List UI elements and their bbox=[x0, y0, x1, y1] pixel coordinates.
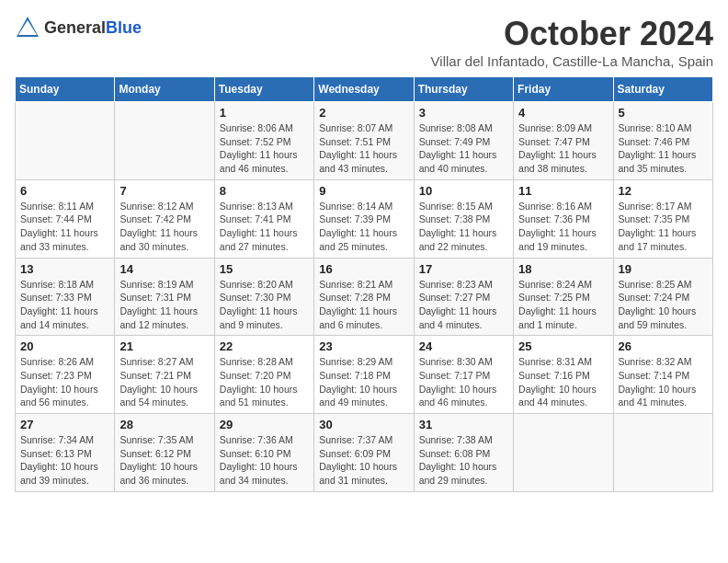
calendar-cell: 3Sunrise: 8:08 AM Sunset: 7:49 PM Daylig… bbox=[414, 102, 513, 180]
calendar-cell: 21Sunrise: 8:27 AM Sunset: 7:21 PM Dayli… bbox=[115, 336, 214, 414]
calendar-day-header: Saturday bbox=[613, 77, 712, 102]
day-info: Sunrise: 8:26 AM Sunset: 7:23 PM Dayligh… bbox=[20, 355, 109, 409]
calendar-cell bbox=[16, 102, 115, 180]
day-info: Sunrise: 8:08 AM Sunset: 7:49 PM Dayligh… bbox=[419, 121, 508, 176]
day-info: Sunrise: 8:15 AM Sunset: 7:38 PM Dayligh… bbox=[419, 200, 508, 254]
calendar-cell: 15Sunrise: 8:20 AM Sunset: 7:30 PM Dayli… bbox=[214, 258, 313, 336]
day-number: 21 bbox=[119, 339, 209, 353]
calendar-day-header: Friday bbox=[514, 77, 613, 102]
logo-general-text: General bbox=[44, 18, 106, 37]
calendar-cell: 27Sunrise: 7:34 AM Sunset: 6:13 PM Dayli… bbox=[16, 414, 115, 492]
day-number: 15 bbox=[220, 262, 309, 276]
calendar-cell: 11Sunrise: 8:16 AM Sunset: 7:36 PM Dayli… bbox=[514, 179, 613, 258]
day-info: Sunrise: 7:38 AM Sunset: 6:08 PM Dayligh… bbox=[419, 433, 508, 488]
calendar-cell: 31Sunrise: 7:38 AM Sunset: 6:08 PM Dayli… bbox=[414, 414, 513, 492]
calendar-table: SundayMondayTuesdayWednesdayThursdayFrid… bbox=[15, 76, 713, 492]
calendar-cell: 6Sunrise: 8:11 AM Sunset: 7:44 PM Daylig… bbox=[16, 179, 115, 258]
calendar-cell: 13Sunrise: 8:18 AM Sunset: 7:33 PM Dayli… bbox=[16, 258, 115, 336]
day-info: Sunrise: 8:24 AM Sunset: 7:25 PM Dayligh… bbox=[518, 278, 608, 332]
day-number: 12 bbox=[619, 184, 708, 198]
day-info: Sunrise: 8:14 AM Sunset: 7:39 PM Dayligh… bbox=[319, 200, 408, 254]
day-info: Sunrise: 8:11 AM Sunset: 7:44 PM Dayligh… bbox=[20, 200, 109, 254]
day-number: 6 bbox=[20, 184, 109, 198]
calendar-cell: 10Sunrise: 8:15 AM Sunset: 7:38 PM Dayli… bbox=[414, 179, 513, 258]
calendar-week-row: 1Sunrise: 8:06 AM Sunset: 7:52 PM Daylig… bbox=[16, 102, 713, 180]
logo: GeneralBlue bbox=[15, 15, 142, 40]
day-number: 9 bbox=[319, 184, 408, 198]
calendar-cell: 20Sunrise: 8:26 AM Sunset: 7:23 PM Dayli… bbox=[16, 336, 115, 414]
calendar-cell: 22Sunrise: 8:28 AM Sunset: 7:20 PM Dayli… bbox=[214, 336, 313, 414]
day-number: 20 bbox=[20, 339, 109, 353]
calendar-cell: 23Sunrise: 8:29 AM Sunset: 7:18 PM Dayli… bbox=[314, 336, 414, 414]
day-number: 30 bbox=[319, 418, 408, 431]
day-info: Sunrise: 8:31 AM Sunset: 7:16 PM Dayligh… bbox=[518, 355, 608, 409]
day-number: 28 bbox=[119, 418, 209, 431]
day-info: Sunrise: 8:10 AM Sunset: 7:46 PM Dayligh… bbox=[619, 121, 708, 176]
day-info: Sunrise: 8:17 AM Sunset: 7:35 PM Dayligh… bbox=[619, 200, 708, 254]
calendar-week-row: 13Sunrise: 8:18 AM Sunset: 7:33 PM Dayli… bbox=[16, 258, 713, 336]
calendar-cell: 30Sunrise: 7:37 AM Sunset: 6:09 PM Dayli… bbox=[314, 414, 414, 492]
logo-icon bbox=[15, 15, 40, 40]
day-number: 26 bbox=[619, 339, 708, 353]
calendar-cell: 8Sunrise: 8:13 AM Sunset: 7:41 PM Daylig… bbox=[214, 179, 313, 258]
day-number: 11 bbox=[518, 184, 608, 198]
day-info: Sunrise: 8:27 AM Sunset: 7:21 PM Dayligh… bbox=[119, 355, 209, 409]
calendar-cell: 12Sunrise: 8:17 AM Sunset: 7:35 PM Dayli… bbox=[613, 179, 712, 258]
day-number: 4 bbox=[518, 106, 608, 120]
day-number: 27 bbox=[20, 418, 109, 431]
day-number: 29 bbox=[220, 418, 309, 431]
day-info: Sunrise: 7:34 AM Sunset: 6:13 PM Dayligh… bbox=[20, 433, 109, 488]
day-number: 1 bbox=[220, 106, 309, 120]
calendar-cell: 1Sunrise: 8:06 AM Sunset: 7:52 PM Daylig… bbox=[214, 102, 313, 180]
calendar-cell: 24Sunrise: 8:30 AM Sunset: 7:17 PM Dayli… bbox=[414, 336, 513, 414]
day-info: Sunrise: 7:35 AM Sunset: 6:12 PM Dayligh… bbox=[119, 433, 209, 488]
day-info: Sunrise: 8:21 AM Sunset: 7:28 PM Dayligh… bbox=[319, 278, 408, 332]
calendar-cell: 2Sunrise: 8:07 AM Sunset: 7:51 PM Daylig… bbox=[314, 102, 414, 180]
day-number: 10 bbox=[419, 184, 508, 198]
day-number: 5 bbox=[619, 106, 708, 120]
calendar-day-header: Sunday bbox=[16, 77, 115, 102]
calendar-week-row: 27Sunrise: 7:34 AM Sunset: 6:13 PM Dayli… bbox=[16, 414, 713, 492]
month-title: October 2024 bbox=[431, 15, 713, 53]
day-number: 25 bbox=[518, 339, 608, 353]
day-info: Sunrise: 8:20 AM Sunset: 7:30 PM Dayligh… bbox=[220, 278, 309, 332]
calendar-cell: 26Sunrise: 8:32 AM Sunset: 7:14 PM Dayli… bbox=[613, 336, 712, 414]
day-number: 13 bbox=[20, 262, 109, 276]
calendar-day-header: Monday bbox=[115, 77, 214, 102]
calendar-week-row: 6Sunrise: 8:11 AM Sunset: 7:44 PM Daylig… bbox=[16, 179, 713, 258]
calendar-cell: 19Sunrise: 8:25 AM Sunset: 7:24 PM Dayli… bbox=[613, 258, 712, 336]
calendar-day-header: Wednesday bbox=[314, 77, 414, 102]
day-info: Sunrise: 8:18 AM Sunset: 7:33 PM Dayligh… bbox=[20, 278, 109, 332]
calendar-cell: 14Sunrise: 8:19 AM Sunset: 7:31 PM Dayli… bbox=[115, 258, 214, 336]
day-number: 7 bbox=[119, 184, 209, 198]
day-info: Sunrise: 8:29 AM Sunset: 7:18 PM Dayligh… bbox=[319, 355, 408, 409]
location-subtitle: Villar del Infantado, Castille-La Mancha… bbox=[431, 53, 713, 69]
day-number: 18 bbox=[518, 262, 608, 276]
calendar-cell bbox=[514, 414, 613, 492]
calendar-cell bbox=[115, 102, 214, 180]
day-number: 22 bbox=[220, 339, 309, 353]
calendar-cell: 17Sunrise: 8:23 AM Sunset: 7:27 PM Dayli… bbox=[414, 258, 513, 336]
day-number: 8 bbox=[220, 184, 309, 198]
logo-blue-text: Blue bbox=[106, 18, 142, 37]
day-info: Sunrise: 7:37 AM Sunset: 6:09 PM Dayligh… bbox=[319, 433, 408, 488]
day-info: Sunrise: 8:32 AM Sunset: 7:14 PM Dayligh… bbox=[619, 355, 708, 409]
calendar-day-header: Thursday bbox=[414, 77, 513, 102]
calendar-cell: 7Sunrise: 8:12 AM Sunset: 7:42 PM Daylig… bbox=[115, 179, 214, 258]
day-info: Sunrise: 8:12 AM Sunset: 7:42 PM Dayligh… bbox=[119, 200, 209, 254]
day-info: Sunrise: 8:30 AM Sunset: 7:17 PM Dayligh… bbox=[419, 355, 508, 409]
day-info: Sunrise: 8:28 AM Sunset: 7:20 PM Dayligh… bbox=[220, 355, 309, 409]
calendar-cell: 9Sunrise: 8:14 AM Sunset: 7:39 PM Daylig… bbox=[314, 179, 414, 258]
calendar-cell: 25Sunrise: 8:31 AM Sunset: 7:16 PM Dayli… bbox=[514, 336, 613, 414]
calendar-cell: 29Sunrise: 7:36 AM Sunset: 6:10 PM Dayli… bbox=[214, 414, 313, 492]
day-number: 14 bbox=[119, 262, 209, 276]
calendar-cell: 5Sunrise: 8:10 AM Sunset: 7:46 PM Daylig… bbox=[613, 102, 712, 180]
day-info: Sunrise: 8:25 AM Sunset: 7:24 PM Dayligh… bbox=[619, 278, 708, 332]
calendar-cell: 18Sunrise: 8:24 AM Sunset: 7:25 PM Dayli… bbox=[514, 258, 613, 336]
day-number: 24 bbox=[419, 339, 508, 353]
day-number: 2 bbox=[319, 106, 408, 120]
calendar-cell: 28Sunrise: 7:35 AM Sunset: 6:12 PM Dayli… bbox=[115, 414, 214, 492]
calendar-day-header: Tuesday bbox=[214, 77, 313, 102]
day-number: 31 bbox=[419, 418, 508, 431]
calendar-header-row: SundayMondayTuesdayWednesdayThursdayFrid… bbox=[16, 77, 713, 102]
